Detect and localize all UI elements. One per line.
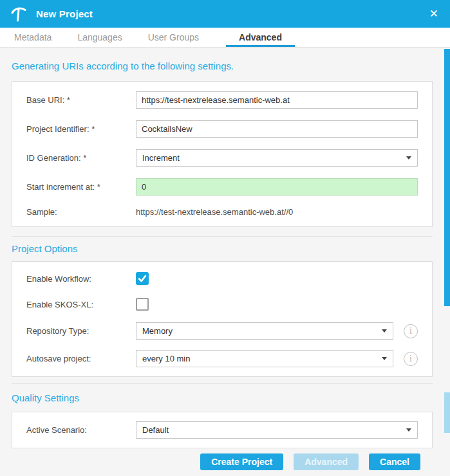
poolparty-logo-icon (10, 6, 27, 23)
base-uri-row: Base URI: * (12, 86, 432, 114)
autosave-selected-value: every 10 min (142, 354, 190, 363)
base-uri-label: Base URI: * (26, 95, 136, 105)
id-generation-select[interactable]: Increment (136, 149, 418, 167)
uri-settings-box: Base URI: * Project Identifier: * ID Gen… (12, 81, 433, 227)
autosave-info-icon[interactable]: i (404, 352, 418, 366)
project-identifier-input[interactable] (136, 120, 418, 138)
enable-skosxl-row: Enable SKOS-XL: (12, 291, 432, 317)
uri-section-heading: Generating URIs according to the followi… (12, 60, 433, 72)
tab-user-groups[interactable]: User Groups (148, 28, 199, 47)
autosave-select[interactable]: every 10 min (136, 350, 393, 367)
project-identifier-row: Project Identifier: * (12, 114, 432, 143)
section-divider (12, 383, 433, 384)
chevron-down-icon (382, 329, 387, 333)
sample-label: Sample: (26, 207, 136, 217)
create-project-button[interactable]: Create Project (200, 453, 283, 470)
enable-workflow-checkbox[interactable] (136, 272, 149, 285)
repository-type-row: Repository Type: Memory i (12, 317, 432, 345)
dialog-title: New Project (36, 8, 93, 19)
id-generation-label: ID Generation: * (26, 153, 136, 163)
dialog-footer: Create Project Advanced Cancel (12, 453, 433, 470)
chevron-down-icon (382, 357, 387, 360)
advanced-button[interactable]: Advanced (294, 453, 359, 470)
repository-type-select[interactable]: Memory (136, 322, 393, 340)
scrollbar-thumb-secondary[interactable] (444, 392, 450, 433)
tab-languages[interactable]: Languages (77, 28, 122, 47)
project-options-heading: Project Options (12, 243, 433, 255)
repository-type-info-icon[interactable]: i (404, 324, 418, 338)
chevron-down-icon (406, 428, 411, 432)
enable-skosxl-label: Enable SKOS-XL: (26, 300, 136, 309)
repository-type-selected-value: Memory (142, 326, 173, 336)
quality-settings-heading: Quality Settings (12, 392, 433, 404)
id-generation-selected-value: Increment (142, 153, 180, 163)
active-scenario-label: Active Scenario: (26, 425, 136, 435)
start-increment-row: Start increment at: * (12, 172, 432, 201)
active-scenario-row: Active Scenario: Default (12, 416, 432, 444)
tab-bar: Metadata Languages User Groups Advanced (0, 28, 450, 48)
scrollbar-thumb[interactable] (444, 49, 450, 306)
quality-settings-box: Active Scenario: Default (12, 412, 433, 448)
close-icon[interactable]: ✕ (428, 6, 440, 22)
active-scenario-selected-value: Default (142, 425, 169, 435)
project-identifier-label: Project Identifier: * (26, 124, 136, 134)
active-scenario-select[interactable]: Default (136, 421, 418, 439)
enable-skosxl-checkbox[interactable] (136, 298, 149, 311)
enable-workflow-row: Enable Workflow: (12, 266, 432, 291)
checkmark-icon (137, 273, 147, 284)
advanced-tab-content: Generating URIs according to the followi… (0, 60, 450, 470)
autosave-row: Autosave project: every 10 min i (12, 345, 432, 372)
tab-metadata[interactable]: Metadata (14, 28, 52, 47)
chevron-down-icon (406, 156, 411, 160)
start-increment-input[interactable] (136, 178, 418, 196)
base-uri-input[interactable] (136, 91, 418, 109)
start-increment-label: Start increment at: * (26, 182, 136, 192)
id-generation-row: ID Generation: * Increment (12, 143, 432, 172)
dialog-header: New Project ✕ (0, 0, 450, 28)
section-divider (12, 236, 433, 237)
autosave-label: Autosave project: (26, 354, 136, 363)
tab-advanced[interactable]: Advanced (226, 28, 295, 47)
cancel-button[interactable]: Cancel (369, 453, 420, 470)
enable-workflow-label: Enable Workflow: (26, 274, 136, 284)
repository-type-label: Repository Type: (26, 326, 136, 336)
project-options-box: Enable Workflow: Enable SKOS-XL: Reposit… (12, 261, 433, 377)
sample-row: Sample: https://test-nextrelease.semanti… (12, 201, 432, 223)
sample-uri-value: https://test-nextrelease.semantic-web.at… (136, 207, 293, 217)
